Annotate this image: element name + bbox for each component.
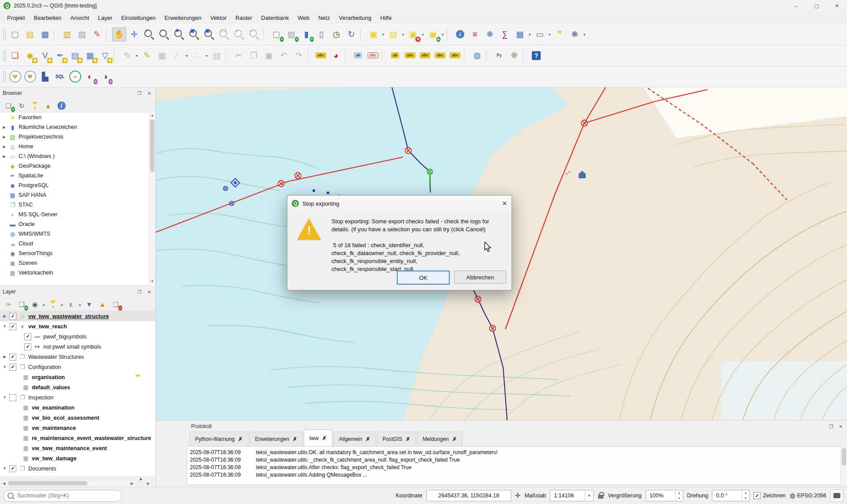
layer-item[interactable]: ▶ vw_tww_wastewater_structure [0, 311, 155, 321]
processing-history-icon[interactable]: ❋▾ [568, 27, 582, 41]
layer-item[interactable]: not pwwf small symbols [0, 342, 155, 352]
menu-item[interactable]: Bearbeiten [29, 13, 66, 23]
menu-item[interactable]: Erweiterungen [160, 13, 206, 23]
tab-close-icon[interactable] [366, 436, 370, 442]
attribute-table-icon[interactable]: ▦▾ [513, 27, 527, 41]
label-highlight-icon[interactable]: abc [403, 49, 417, 63]
spin-down-icon[interactable]: ▼ [742, 496, 749, 501]
ok-button[interactable]: OK [397, 271, 450, 285]
browser-item[interactable]: ▶ Home [0, 142, 155, 151]
spin-down-icon[interactable]: ▼ [676, 496, 683, 501]
pan-map-icon[interactable]: ✋ [112, 27, 126, 41]
pan-to-selection-icon[interactable]: ✛ [127, 27, 141, 41]
metasearch-icon[interactable]: ◍ [470, 49, 484, 63]
add-selected-layers-icon[interactable]: ❏+ [2, 99, 15, 112]
options-gear-icon[interactable]: ❋ [483, 27, 497, 41]
layer-item[interactable]: ▼ Configuration [0, 362, 155, 372]
label-unplaced-icon[interactable]: abc [366, 49, 380, 63]
label-rotate-icon[interactable]: abc [433, 49, 447, 63]
invert-selection-icon[interactable]: ▣●▾ [426, 27, 440, 41]
browser-item[interactable]: SAP HANA [0, 190, 155, 200]
layer-item[interactable]: ▼ vw_tww_reach [0, 321, 155, 331]
expand-all-icon[interactable]: ▼ [83, 298, 95, 310]
save-layer-edits-icon[interactable]: ▦ [155, 49, 169, 63]
collapse-all-browser-icon[interactable]: ▲ [42, 99, 54, 112]
browser-item[interactable]: WMS/WMTS [0, 229, 155, 239]
layer-item[interactable]: vw_tww_damage [0, 453, 155, 463]
expand-arrow-icon[interactable]: ▼ [2, 466, 7, 470]
identify-features-icon[interactable]: i [453, 27, 467, 41]
menu-item[interactable]: Vektor [206, 13, 231, 23]
expand-arrow-icon[interactable]: ▶ [2, 314, 7, 318]
close-panel-icon[interactable]: ✕ [146, 90, 153, 97]
measure-icon[interactable]: ▭▾ [533, 27, 547, 41]
maximize-button[interactable]: ▢ [806, 0, 827, 11]
select-features-icon[interactable]: ▣▾ [366, 27, 380, 41]
menu-item[interactable]: Layer [94, 13, 117, 23]
scroll-down-icon[interactable]: ▼ [146, 481, 150, 486]
new-3d-map-view-icon[interactable]: ▨+ [284, 27, 298, 41]
spin-up-icon[interactable]: ▲ [676, 490, 683, 496]
expand-arrow-icon[interactable]: ▶ [2, 125, 7, 129]
save-project-icon[interactable]: ▦ [38, 27, 52, 41]
add-raster-layer-icon[interactable]: ▦❄ [83, 49, 97, 63]
statistics-abacus-icon[interactable]: ≡ [468, 27, 482, 41]
visibility-checkbox[interactable] [9, 394, 16, 401]
tww-interlis-export-icon[interactable]: ∞ [68, 70, 82, 84]
browser-item[interactable]: GeoPackage [0, 161, 155, 171]
vertex-tool-icon[interactable]: ∴▾ [190, 49, 204, 63]
layer-item[interactable]: ▼ Documents [0, 463, 155, 474]
map-themes-icon[interactable]: ◉▾ [29, 298, 41, 310]
menu-item[interactable]: Ansicht [66, 13, 94, 23]
tab-close-icon[interactable] [452, 436, 457, 442]
python-console-icon[interactable]: Py [492, 49, 506, 63]
layer-item[interactable]: vw_tww_maintenance_event [0, 443, 155, 453]
filter-expression-icon[interactable]: ε▾ [65, 298, 77, 310]
data-source-manager-icon[interactable]: ❏ [8, 49, 22, 63]
browser-item[interactable]: Vektorkacheln [0, 268, 155, 278]
visibility-checkbox[interactable] [9, 313, 16, 320]
layer-item[interactable]: ▼ Inspection [0, 392, 155, 402]
layer-item[interactable]: pwwf_bigsymbols [0, 331, 155, 342]
modify-attributes-icon[interactable]: ▤ [210, 49, 224, 63]
log-tab[interactable]: PostGIS [377, 432, 416, 446]
undo-icon[interactable]: ↶ [277, 49, 291, 63]
float-panel-icon[interactable]: ❐ [136, 288, 143, 295]
menu-item[interactable]: Verarbeitung [335, 13, 376, 23]
tww-import-icon[interactable]: ▙ [38, 70, 52, 84]
menu-item[interactable]: Projekt [3, 13, 29, 23]
visibility-checkbox[interactable] [24, 343, 31, 350]
zoom-native-icon[interactable]: 1:1 [217, 27, 231, 41]
log-tab[interactable]: Erweiterungen [249, 432, 303, 446]
scale-combo[interactable]: 1:14106 ▼ [550, 490, 594, 501]
layer-item[interactable]: vw_file [0, 474, 155, 476]
add-vector-layer-icon[interactable]: V❄ [38, 49, 52, 63]
menu-item[interactable]: Web [293, 13, 314, 23]
browser-item[interactable]: STAC [0, 200, 155, 210]
search-input[interactable] [16, 492, 118, 499]
add-spatialite-layer-icon[interactable]: ✒❄ [53, 49, 67, 63]
log-tab[interactable]: Meldungen [417, 432, 462, 446]
tww-network-trace-icon[interactable]: Ψ [23, 70, 37, 84]
add-group-icon[interactable]: ❏+ [15, 298, 28, 310]
log-tab[interactable]: tww [304, 429, 332, 446]
browser-item[interactable]: SensorThings [0, 248, 155, 258]
tww-sql-icon[interactable]: SQL [53, 70, 67, 84]
label-single-icon[interactable]: ab [351, 49, 365, 63]
expand-arrow-icon[interactable]: ▼ [2, 395, 7, 399]
collapse-all-icon[interactable]: ▲ [96, 298, 109, 310]
browser-item[interactable]: ▶ Räumliche Lesezeichen [0, 122, 155, 132]
style-manager-icon[interactable]: ✎ [90, 27, 104, 41]
chevron-down-icon[interactable]: ▼ [585, 490, 593, 501]
extent-toggle-icon[interactable]: ✛ [515, 492, 521, 500]
browser-item[interactable]: Szenen [0, 258, 155, 268]
visibility-checkbox[interactable] [9, 465, 16, 472]
layer-labeling-icon[interactable]: abc [314, 49, 328, 63]
sum-statistics-icon[interactable]: ∑ [498, 27, 512, 41]
messages-button[interactable] [830, 489, 843, 502]
float-panel-icon[interactable]: ❐ [136, 90, 143, 97]
render-checkbox[interactable]: ✓ Zeichnen [753, 492, 785, 499]
expand-arrow-icon[interactable]: ▼ [2, 365, 7, 369]
expand-arrow-icon[interactable]: ▶ [2, 145, 7, 149]
new-map-view-icon[interactable]: ▢+ [269, 27, 283, 41]
